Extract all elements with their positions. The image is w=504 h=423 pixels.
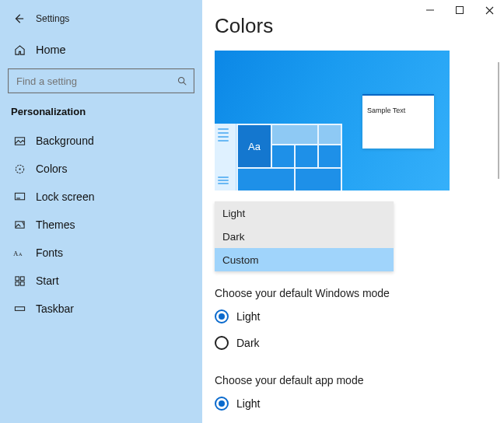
svg-rect-10 — [20, 276, 24, 280]
sidebar-item-taskbar[interactable]: Taskbar — [0, 295, 202, 323]
dropdown-option-custom[interactable]: Custom — [215, 248, 394, 271]
dropdown-option-light[interactable]: Light — [215, 201, 394, 225]
home-label: Home — [28, 44, 66, 56]
close-button[interactable] — [474, 0, 504, 20]
maximize-button[interactable] — [445, 0, 474, 20]
preview-window: Sample Text — [362, 94, 434, 149]
taskbar-icon — [11, 303, 28, 315]
svg-point-3 — [19, 168, 20, 170]
search-icon — [177, 75, 187, 86]
sidebar-item-label: Taskbar — [28, 302, 74, 315]
app-mode-light[interactable]: Light — [210, 393, 504, 414]
svg-rect-11 — [15, 281, 19, 285]
search-input[interactable] — [8, 68, 194, 93]
color-mode-dropdown[interactable]: Light Dark Custom — [215, 201, 394, 271]
app-mode-dark[interactable]: Dark — [210, 419, 504, 423]
maximize-icon — [456, 6, 464, 14]
sidebar-item-themes[interactable]: Themes — [0, 211, 202, 239]
preview-sample-text: Sample Text — [362, 103, 434, 117]
sidebar-item-background[interactable]: Background — [0, 127, 202, 155]
fonts-icon: AA — [11, 247, 28, 259]
svg-text:A: A — [13, 250, 19, 257]
scrollbar[interactable] — [498, 62, 499, 179]
svg-rect-13 — [15, 306, 24, 310]
color-preview: Sample Text Aa — [215, 51, 450, 191]
radio-icon — [215, 397, 229, 411]
close-icon — [485, 6, 494, 15]
minimize-icon — [426, 6, 434, 14]
arrow-left-icon — [13, 13, 24, 24]
svg-text:A: A — [19, 251, 23, 257]
sidebar-item-colors[interactable]: Colors — [0, 155, 202, 183]
sidebar-section-header: Personalization — [0, 93, 202, 122]
windows-mode-header: Choose your default Windows mode — [210, 271, 504, 306]
windows-mode-dark[interactable]: Dark — [210, 332, 504, 354]
sidebar-item-lock-screen[interactable]: Lock screen — [0, 183, 202, 211]
sidebar-item-label: Background — [28, 135, 94, 147]
window-title: Settings — [30, 13, 69, 24]
app-mode-header: Choose your default app mode — [210, 358, 504, 393]
svg-point-0 — [178, 77, 184, 82]
search-field[interactable] — [15, 75, 166, 88]
home-icon — [11, 44, 28, 56]
content-area: Colors Sample Text Aa Light — [202, 0, 504, 423]
sidebar-item-label: Start — [28, 274, 59, 287]
preview-tile-aa: Aa — [238, 125, 271, 167]
sidebar-item-label: Themes — [28, 218, 75, 231]
svg-rect-5 — [16, 198, 20, 198]
sidebar-item-fonts[interactable]: AA Fonts — [0, 239, 202, 267]
radio-icon — [215, 309, 229, 323]
dropdown-option-dark[interactable]: Dark — [215, 225, 394, 248]
windows-mode-light[interactable]: Light — [210, 306, 504, 327]
picture-icon — [11, 135, 28, 147]
svg-rect-14 — [457, 7, 464, 14]
preview-start-menu: Aa — [215, 124, 342, 191]
sidebar: Settings Home Personalization Background… — [0, 0, 202, 423]
start-icon — [11, 275, 28, 287]
sidebar-item-start[interactable]: Start — [0, 267, 202, 295]
palette-icon — [11, 163, 28, 175]
radio-icon — [215, 336, 229, 350]
sidebar-item-label: Colors — [28, 163, 67, 175]
svg-rect-9 — [15, 276, 19, 280]
minimize-button[interactable] — [415, 0, 445, 20]
lock-screen-icon — [11, 191, 28, 203]
sidebar-item-label: Lock screen — [28, 191, 94, 203]
themes-icon — [11, 219, 28, 231]
home-nav[interactable]: Home — [0, 37, 202, 62]
svg-rect-12 — [20, 281, 24, 285]
back-button[interactable] — [8, 8, 30, 30]
sidebar-item-label: Fonts — [28, 246, 63, 259]
